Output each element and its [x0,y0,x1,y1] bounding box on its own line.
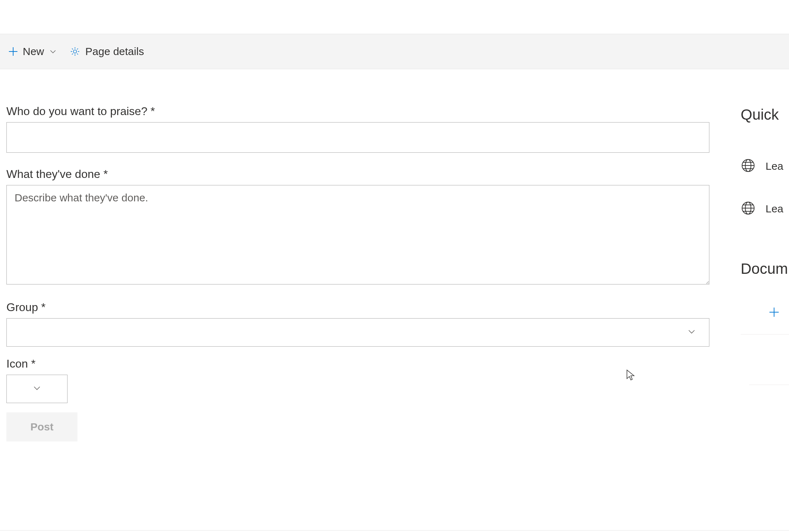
globe-icon [741,158,756,174]
quick-link-item[interactable]: Lea [741,158,789,174]
post-button[interactable]: Post [6,412,77,441]
group-label: Group * [6,301,709,314]
group-dropdown[interactable] [6,318,709,347]
new-label: New [23,45,44,58]
globe-icon [741,201,756,217]
documents-heading: Docum [741,260,789,277]
icon-label: Icon * [6,357,709,370]
form-column: Who do you want to praise? * What they'v… [6,105,709,441]
bottom-divider [0,530,789,531]
documents-divider [749,335,789,385]
content-row: Who do you want to praise? * What they'v… [0,69,789,441]
done-label: What they've done * [6,168,709,181]
plus-icon [9,47,18,56]
chevron-down-icon [687,327,696,338]
chevron-down-icon [32,384,42,394]
svg-point-2 [74,50,77,53]
page-details-label: Page details [85,45,144,58]
gear-icon [70,46,80,57]
documents-add-button[interactable] [741,306,789,335]
quick-link-label: Lea [766,160,783,172]
quick-link-label: Lea [766,203,783,215]
command-bar: New Page details [0,34,789,69]
sidebar-column: Quick Lea [741,105,789,441]
plus-icon [768,306,780,319]
page-details-button[interactable]: Page details [63,42,150,61]
top-spacer [0,0,789,34]
quick-link-item[interactable]: Lea [741,201,789,217]
chevron-down-icon [49,48,57,55]
icon-dropdown[interactable] [6,375,68,403]
praise-label: Who do you want to praise? * [6,105,709,118]
done-textarea[interactable] [6,185,709,284]
quick-links-heading: Quick [741,106,789,123]
praise-input[interactable] [6,122,709,153]
new-button[interactable]: New [2,42,63,61]
